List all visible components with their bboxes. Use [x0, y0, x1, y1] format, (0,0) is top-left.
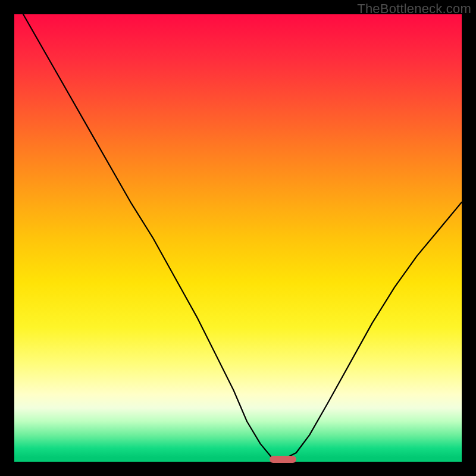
plot-area	[14, 14, 462, 462]
optimal-marker	[270, 456, 296, 463]
chart-frame: TheBottleneck.com	[0, 0, 476, 476]
curve-polyline	[23, 14, 462, 459]
bottleneck-curve	[14, 14, 462, 462]
